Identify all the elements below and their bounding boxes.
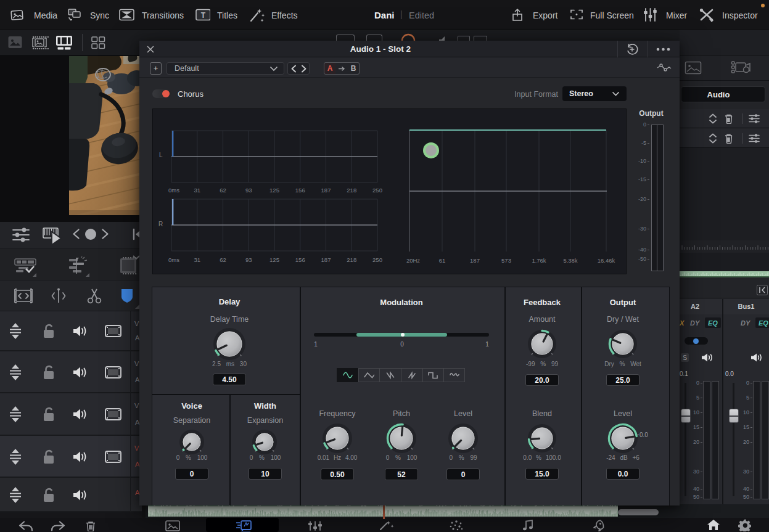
svg-text:T: T: [201, 11, 206, 20]
